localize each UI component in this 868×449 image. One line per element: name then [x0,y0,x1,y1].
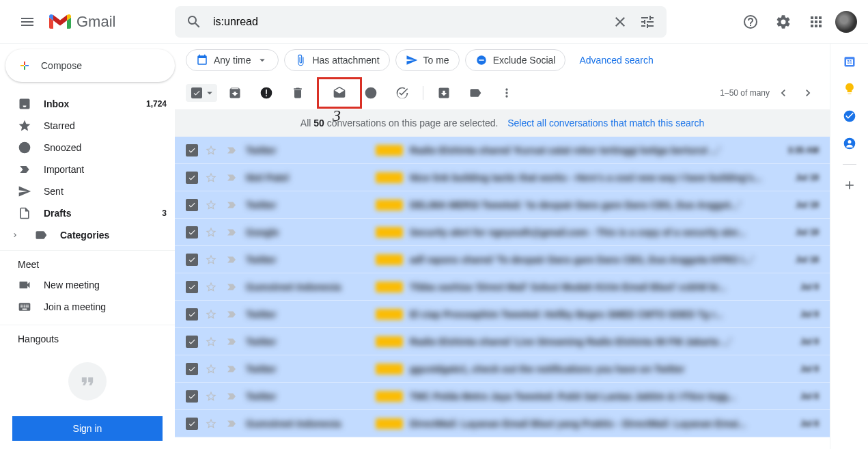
add-to-tasks-button[interactable] [389,79,416,107]
row-checkbox[interactable] [186,281,198,293]
select-all-link[interactable]: Select all conversations that match this… [507,118,704,128]
apps-button[interactable] [802,8,830,36]
join-meeting-button[interactable]: Join a meeting [0,296,175,318]
signin-button[interactable]: Sign in [12,416,163,441]
email-row[interactable]: TwitterEl ciap Prosoaphim Tweeted: Hellb… [175,301,830,328]
mark-read-button[interactable]: 3 [326,79,353,107]
email-row[interactable]: Niel PatelNice link building tactic that… [175,164,830,191]
important-icon[interactable] [225,172,239,184]
get-addons-button[interactable] [843,178,856,192]
row-checkbox[interactable] [186,336,198,348]
snooze-button[interactable] [357,79,384,107]
task-icon [395,86,409,100]
important-icon[interactable] [225,281,239,293]
prev-page-button[interactable] [772,82,794,104]
labels-button[interactable] [462,79,489,107]
main-menu-button[interactable] [11,5,44,38]
gmail-logo[interactable]: Gmail [49,13,115,31]
nav-starred[interactable]: Starred [0,115,175,137]
email-row[interactable]: TwitterTMC Polda Metro Jaya Tweeted: Puk… [175,383,830,410]
important-icon[interactable] [225,390,239,403]
support-button[interactable] [737,8,764,36]
star-icon[interactable] [205,144,219,157]
search-input[interactable] [208,16,606,28]
more-button[interactable] [493,79,520,107]
star-icon[interactable] [205,363,219,375]
email-row[interactable]: Twitteradf rapons shared 'To despair Dan… [175,246,830,273]
star-icon[interactable] [205,281,219,293]
row-checkbox[interactable] [186,144,198,157]
email-row[interactable]: TwitterRadio Elshinta shared 'Kursat cat… [175,137,830,164]
row-checkbox[interactable] [186,172,198,184]
advanced-search-link[interactable]: Advanced search [571,55,661,66]
search-options-button[interactable] [634,8,661,36]
hangouts-bubble[interactable] [68,362,107,400]
move-to-icon [437,86,451,100]
star-icon[interactable] [205,172,219,184]
calendar-app-icon[interactable]: 31 [843,55,856,68]
report-spam-button[interactable] [253,79,280,107]
important-icon[interactable] [225,363,239,375]
email-row[interactable]: Gumstreet IndonesiaDirectMail: Layanan E… [175,410,830,437]
account-avatar[interactable] [835,11,857,33]
row-checkbox[interactable] [186,226,198,239]
contacts-app-icon[interactable] [843,137,856,150]
chip-attachment[interactable]: Has attachment [284,49,389,71]
star-icon[interactable] [205,390,219,403]
chip-label: Has attachment [312,55,379,66]
search-button[interactable] [180,8,208,36]
star-icon[interactable] [205,199,219,211]
clear-search-button[interactable] [606,8,634,36]
email-row[interactable]: TwitterRadio Elshinta shared 'Live Strea… [175,328,830,355]
row-checkbox[interactable] [186,390,198,403]
important-icon[interactable] [225,308,239,321]
email-row[interactable]: Twitterggustdgate1, check out the notifi… [175,355,830,383]
email-row[interactable]: Gumstreet IndonesiaTibba xashiza 'Direct… [175,273,830,301]
date: Jul 19 [778,173,819,182]
nav-sent[interactable]: Sent [0,180,175,202]
select-all-checkbox[interactable] [186,84,217,102]
archive-button[interactable] [221,79,249,107]
compose-button[interactable]: Compose [5,49,175,82]
close-icon [612,14,628,30]
nav-categories[interactable]: Categories [0,224,175,246]
row-checkbox[interactable] [186,199,198,211]
important-icon[interactable] [225,336,239,348]
nav-snoozed[interactable]: Snoozed [0,137,175,159]
important-icon[interactable] [225,144,239,157]
new-meeting-button[interactable]: New meeting [0,274,175,296]
tasks-app-icon[interactable] [843,109,856,123]
move-to-button[interactable] [430,79,458,107]
important-icon[interactable] [225,254,239,266]
chip-tome[interactable]: To me [395,49,460,71]
delete-button[interactable] [284,79,311,107]
star-icon[interactable] [205,418,219,430]
gmail-icon [49,14,71,30]
important-icon[interactable] [225,199,239,211]
email-row[interactable]: GoogleSecurity alert for ngeyouth@gmail.… [175,219,830,246]
row-checkbox[interactable] [186,308,198,321]
chevron-right-icon [801,86,815,100]
next-page-button[interactable] [797,82,819,104]
nav-important[interactable]: Important [0,159,175,180]
important-icon[interactable] [225,226,239,239]
nav-inbox[interactable]: Inbox 1,724 [0,93,175,115]
date: Jul 9 [778,337,819,346]
svg-rect-3 [266,90,267,94]
nav-label: Categories [60,230,109,241]
important-icon[interactable] [225,418,239,430]
chip-anytime[interactable]: Any time [186,49,279,71]
settings-button[interactable] [770,8,797,36]
row-checkbox[interactable] [186,418,198,430]
star-icon[interactable] [205,254,219,266]
header-right [716,8,857,36]
star-icon[interactable] [205,226,219,239]
row-checkbox[interactable] [186,254,198,266]
row-checkbox[interactable] [186,363,198,375]
keep-app-icon[interactable] [843,82,856,96]
email-row[interactable]: TwitterDELIMA MERSI Tweeted: 'to despair… [175,191,830,219]
chip-exclude-social[interactable]: Exclude Social [465,49,566,71]
nav-drafts[interactable]: Drafts 3 [0,202,175,224]
star-icon[interactable] [205,308,219,321]
star-icon[interactable] [205,336,219,348]
